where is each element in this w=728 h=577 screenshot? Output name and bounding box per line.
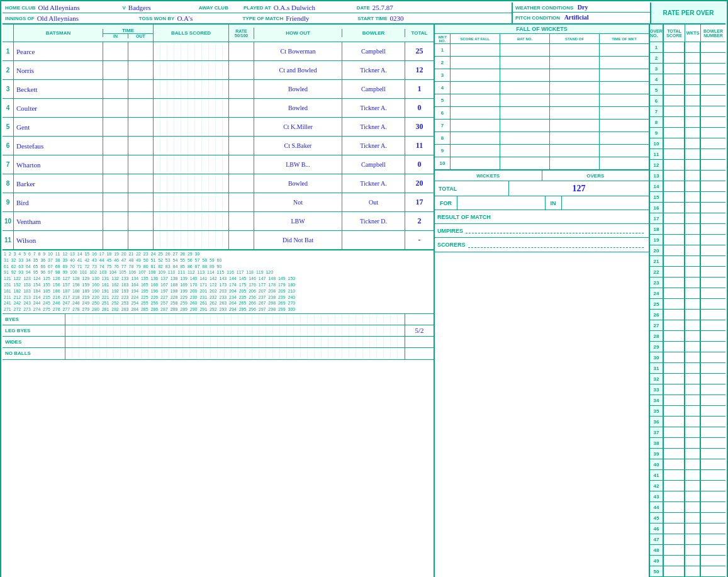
bowler-no-cell	[701, 192, 725, 203]
wicket-cell	[685, 459, 700, 470]
right-num-cell: 46	[650, 524, 663, 534]
wicket-cell	[685, 427, 700, 438]
batsman-name: Pearce	[14, 42, 103, 60]
how-out-cell: Bowled	[254, 80, 342, 98]
right-num-cell: 39	[650, 449, 663, 459]
right-num-cell: 11	[650, 149, 663, 160]
no-balls-row: NO BALLS	[3, 348, 434, 359]
total-score-cell	[664, 320, 685, 331]
time-in	[103, 174, 128, 193]
bowler-no-cell	[701, 181, 725, 192]
time-out	[128, 155, 154, 174]
batsman-row: 6 Destefaus Ct S.Baker Tickner A. 11	[3, 137, 434, 155]
right-num-cell: 22	[650, 267, 663, 277]
bowler-no-cell	[701, 277, 725, 288]
batsman-name: Wilson	[14, 231, 103, 249]
fow-time	[600, 157, 649, 169]
total-cell: 30	[405, 118, 434, 136]
batsman-name: Barker	[14, 174, 103, 193]
time-out	[128, 193, 154, 211]
wicket-cell	[685, 149, 700, 160]
bowler-no-cell	[701, 310, 725, 320]
balls-grid	[154, 137, 229, 155]
bowler-no-cell	[701, 352, 725, 363]
tally-numbers: 1 2 3 4 5 6 7 8 9 10 11 12 13 14 15 16 1…	[3, 250, 434, 314]
bowler-no-cell	[701, 502, 725, 513]
bowler-no-cell	[701, 481, 725, 491]
fow-score-header: SCORE AT FALL	[451, 34, 500, 43]
right-num-cell: 48	[650, 545, 663, 556]
fow-time	[600, 57, 649, 69]
fow-score	[451, 44, 500, 56]
fow-score	[451, 120, 500, 132]
bowler-cell: Campbell	[342, 80, 405, 98]
time-in	[103, 80, 128, 98]
rate-cell	[229, 80, 254, 98]
how-out-header: HOW OUT	[254, 29, 342, 37]
right-num-cell: 44	[650, 502, 663, 513]
fow-score	[451, 145, 500, 157]
right-num-cell: 29	[650, 342, 663, 352]
wicket-cell	[685, 64, 700, 74]
wicket-cell	[685, 566, 700, 577]
batsman-row: 5 Gent Ct K.Miller Tickner A. 30	[3, 118, 434, 137]
balls-grid	[154, 118, 229, 136]
fow-wkt-num: 2	[435, 57, 451, 69]
total-score-cell	[664, 171, 685, 181]
vs-label: v	[122, 5, 125, 11]
total-score-cell	[664, 85, 685, 96]
wicket-cell	[685, 171, 700, 181]
fow-stand	[550, 69, 600, 81]
played-at-value: O.A.s Dulwich	[274, 4, 349, 11]
type-match-value: Friendly	[286, 14, 342, 22]
right-num-cell: 43	[650, 491, 663, 502]
fow-bat	[500, 57, 550, 69]
rate-cell	[229, 118, 254, 136]
row-num: 10	[3, 212, 14, 230]
total-score-cell	[664, 534, 685, 545]
total-score-cell	[664, 342, 685, 352]
total-score-cell	[664, 502, 685, 513]
right-num-cell: 1	[650, 42, 663, 53]
bowler-no-cell	[701, 42, 725, 53]
wicket-cell	[685, 192, 700, 203]
time-out	[128, 118, 154, 136]
toss-won-value: O.A's	[177, 14, 227, 22]
right-num-cell: 21	[650, 256, 663, 267]
right-num-cell: 17	[650, 213, 663, 224]
pitch-value: Artificial	[564, 14, 589, 21]
bowler-no-cell	[701, 256, 725, 267]
time-in	[103, 42, 128, 60]
result-label: RESULT OF MATCH	[437, 214, 491, 220]
batsman-name: Wharton	[14, 155, 103, 174]
fow-title: FALL OF WICKETS	[435, 25, 649, 34]
right-num-cell: 6	[650, 96, 663, 106]
fow-bat	[500, 145, 550, 157]
total-score-cell	[664, 42, 685, 53]
bowler-no-cell	[701, 138, 725, 149]
balls-header: BALLS SCORED	[154, 25, 229, 42]
how-out-cell: Ct Bowerman	[254, 42, 342, 60]
balls-grid	[154, 99, 229, 117]
total-score-cell	[664, 545, 685, 556]
fow-score	[451, 82, 500, 94]
total-row: TOTAL 127	[435, 181, 649, 196]
total-score-cell	[664, 245, 685, 256]
right-num-cell: 18	[650, 224, 663, 235]
header-right: WEATHER CONDITIONS Dry PITCH CONDITION A…	[512, 3, 650, 23]
how-out-cell: LBW	[254, 212, 342, 230]
right-num-cell: 33	[650, 384, 663, 395]
fow-bat	[500, 69, 550, 81]
wicket-cell	[685, 556, 700, 566]
wicket-cell	[685, 74, 700, 85]
home-club-label: HOME CLUB	[5, 5, 35, 11]
time-in	[103, 99, 128, 117]
bowler-no-cell	[701, 449, 725, 459]
total-score-cell	[664, 438, 685, 449]
wicket-cell	[685, 203, 700, 213]
rate-cell	[229, 212, 254, 230]
fow-stand	[550, 157, 600, 169]
fow-wkt-header: WKT NO.	[435, 34, 451, 43]
total-score-cell	[664, 138, 685, 149]
batsman-row: 1 Pearce Ct Bowerman Campbell 25	[3, 42, 434, 61]
